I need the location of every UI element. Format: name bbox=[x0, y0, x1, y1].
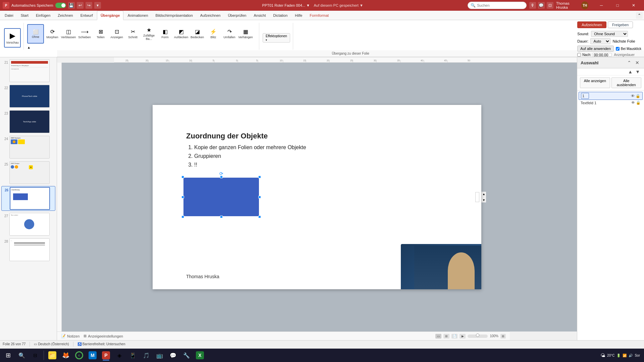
maximize-btn[interactable]: □ bbox=[610, 0, 625, 11]
handle-bot-mid[interactable] bbox=[220, 216, 223, 218]
handle-top-left[interactable] bbox=[181, 176, 184, 178]
tab-ansicht[interactable]: Ansicht bbox=[250, 11, 269, 20]
anzeigen-btn[interactable]: ⊡ Anzeigen bbox=[109, 24, 124, 43]
zoom-knob[interactable] bbox=[476, 334, 479, 337]
alle-anzeigen-btn[interactable]: Alle anzeigen bbox=[580, 77, 610, 88]
search-input[interactable] bbox=[477, 3, 524, 7]
explorer-btn[interactable]: 📁 bbox=[46, 349, 59, 361]
outlook-btn[interactable]: M bbox=[86, 349, 99, 361]
start-btn[interactable]: ⊞ bbox=[1, 349, 15, 361]
teams-btn[interactable]: ◈ bbox=[113, 349, 126, 361]
aufzeichnen-btn[interactable]: Aufzeichnen bbox=[577, 21, 606, 28]
panel-close-btn[interactable]: ✕ bbox=[634, 59, 641, 66]
more-icon[interactable]: ▾ bbox=[94, 2, 101, 9]
auswahl-item-textfeld1[interactable]: Textfeld 1 👁 🔒 bbox=[579, 100, 643, 106]
blitz-btn[interactable]: ⚡ Blitz bbox=[206, 24, 221, 43]
slide-thumb-28[interactable]: 28 --- bbox=[1, 238, 55, 262]
aufdecken-btn[interactable]: ◩ Aufdecken bbox=[173, 24, 189, 43]
tab-bildschirm[interactable]: Bildschirmpräsentation bbox=[152, 11, 196, 20]
tab-formformat[interactable]: Formformat bbox=[306, 11, 332, 20]
eye-icon[interactable]: 👁 bbox=[631, 94, 635, 98]
morphen-btn[interactable]: ⟳ Morphen bbox=[45, 24, 60, 43]
app10-btn[interactable]: 📱 bbox=[126, 349, 139, 361]
textfeld1-eye-icon[interactable]: 👁 bbox=[631, 101, 635, 105]
vorschau-btn[interactable]: ▶ Vorschau bbox=[4, 28, 21, 48]
umfallen-btn[interactable]: ↷ Umfallen bbox=[222, 24, 237, 43]
scroll-up-btn[interactable]: ▲ bbox=[482, 192, 486, 196]
slide-thumb-23[interactable]: 23 Tech/App slide bbox=[1, 110, 55, 134]
slide-thumb-27[interactable]: 27 * Text content bbox=[1, 212, 55, 236]
collapse-ribbon-btn[interactable]: ⌃ bbox=[636, 12, 643, 19]
scroll-down-btn[interactable]: ▼ bbox=[482, 198, 486, 202]
tab-uebergaenge[interactable]: Übergänge bbox=[97, 11, 123, 20]
dictation-icon[interactable]: 🎙 bbox=[529, 2, 536, 9]
app11-btn[interactable]: 🎵 bbox=[140, 349, 153, 361]
minimize-btn[interactable]: ─ bbox=[594, 0, 609, 11]
presenter-btn[interactable]: ▶ bbox=[460, 334, 466, 339]
bedecken-btn[interactable]: ◪ Bedecken bbox=[190, 24, 205, 43]
tab-datei[interactable]: Datei bbox=[1, 11, 17, 20]
schieben-btn[interactable]: ⟶ Schieben bbox=[77, 24, 92, 43]
excel-btn[interactable]: X bbox=[194, 349, 206, 361]
zufaellige-btn[interactable]: ★ Zufällige Ba... bbox=[141, 24, 157, 43]
blue-rectangle[interactable] bbox=[183, 178, 259, 216]
auswahl-item-textfeld[interactable]: 👁 🔒 bbox=[579, 92, 643, 100]
tab-aufzeichnen[interactable]: Aufzeichnen bbox=[197, 11, 224, 20]
chrome-btn[interactable]: C bbox=[73, 349, 86, 361]
teilen-btn[interactable]: ⊠ Teilen bbox=[93, 24, 108, 43]
scroll-up-btn[interactable]: ▲ bbox=[27, 46, 31, 49]
handle-mid-left[interactable] bbox=[181, 196, 184, 198]
save-icon[interactable]: 💾 bbox=[68, 2, 75, 9]
freigeben-btn[interactable]: Freigeben bbox=[608, 21, 633, 28]
fit-slide-btn[interactable]: ⊞ bbox=[500, 334, 506, 339]
order-down-btn[interactable]: ▼ bbox=[634, 69, 641, 74]
slide-thumb-21[interactable]: 21 Verwendung von Übergängen Lorem ipsum… bbox=[1, 59, 55, 83]
after-time-input[interactable] bbox=[592, 53, 612, 57]
firefox-btn[interactable]: 🦊 bbox=[59, 349, 72, 361]
after-checkbox[interactable] bbox=[577, 53, 581, 57]
form-btn[interactable]: ◧ Form bbox=[157, 24, 173, 43]
anzeige-btn[interactable]: ⊞ Anzeigeeinstellungen bbox=[84, 334, 123, 338]
tab-entwurf[interactable]: Entwurf bbox=[77, 11, 96, 20]
handle-top-mid[interactable] bbox=[220, 176, 223, 178]
comments-icon[interactable]: 💬 bbox=[538, 2, 545, 9]
alle-ausblenden-btn[interactable]: Alle ausblenden bbox=[611, 77, 642, 88]
tab-einfuegen[interactable]: Einfügen bbox=[33, 11, 54, 20]
tab-zeichnen[interactable]: Zeichnen bbox=[54, 11, 76, 20]
duration-select[interactable]: Auto bbox=[590, 38, 610, 44]
tab-dictation[interactable]: Dictation bbox=[270, 11, 291, 20]
handle-top-right[interactable] bbox=[258, 176, 261, 178]
taskview-btn[interactable]: ⊟ bbox=[29, 349, 42, 361]
normal-view-btn[interactable]: ▭ bbox=[435, 334, 441, 339]
reading-view-btn[interactable]: 📄 bbox=[451, 334, 458, 339]
apply-all-btn[interactable]: Auf alle anwenden bbox=[577, 46, 614, 52]
close-btn[interactable]: ✕ bbox=[626, 0, 641, 11]
app12-btn[interactable]: 📺 bbox=[153, 349, 166, 361]
panel-collapse-btn[interactable]: ⌃ bbox=[626, 59, 633, 66]
order-up-btn[interactable]: ▲ bbox=[627, 69, 634, 74]
handle-bot-left[interactable] bbox=[181, 216, 184, 218]
app13-btn[interactable]: 💬 bbox=[167, 349, 179, 361]
powerpoint-taskbar-btn[interactable]: P bbox=[100, 349, 112, 361]
search-bar[interactable]: 🔍 bbox=[468, 2, 527, 9]
slide-thumb-22[interactable]: 22 Phone/Tech slide bbox=[1, 84, 55, 108]
verhaengen-btn[interactable]: ▦ Verhängen bbox=[238, 24, 253, 43]
redo-icon[interactable]: ↪ bbox=[86, 2, 92, 9]
verblassen-btn[interactable]: ◫ Verblassen bbox=[61, 24, 76, 43]
autosave-toggle[interactable] bbox=[55, 3, 66, 8]
ohne-btn[interactable]: ⬜ Ohne bbox=[27, 24, 44, 44]
slide-thumb-26[interactable]: 26 Zuordnung bbox=[1, 186, 55, 211]
mouse-click-checkbox[interactable] bbox=[616, 47, 620, 51]
slide-thumb-24[interactable]: 24 SWOT Analysis bbox=[1, 135, 55, 159]
slide-sorter-btn[interactable]: ⊞ bbox=[443, 334, 449, 339]
lock-icon[interactable]: 🔒 bbox=[636, 94, 640, 98]
tab-start[interactable]: Start bbox=[17, 11, 32, 20]
present-icon[interactable]: ⊡ bbox=[547, 2, 553, 9]
user-avatar[interactable]: TH bbox=[581, 1, 588, 9]
search-taskbar-btn[interactable]: 🔍 bbox=[15, 349, 28, 361]
tab-animationen[interactable]: Animationen bbox=[124, 11, 151, 20]
sound-select[interactable]: Ohne Sound bbox=[591, 31, 628, 37]
handle-bot-right[interactable] bbox=[258, 216, 261, 218]
notizen-btn[interactable]: 📝 Notizen bbox=[61, 334, 79, 338]
textfeld1-lock-icon[interactable]: 🔒 bbox=[636, 101, 641, 105]
